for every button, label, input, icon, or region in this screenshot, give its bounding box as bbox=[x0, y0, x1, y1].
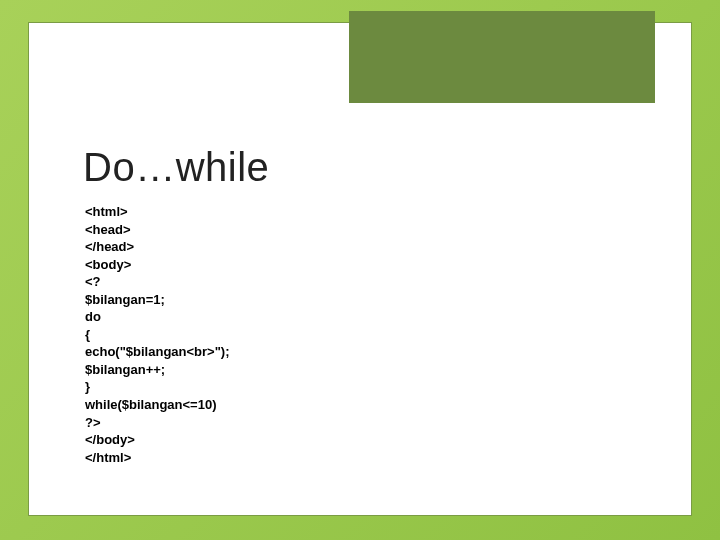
code-line: </body> bbox=[85, 432, 135, 447]
code-line: ?> bbox=[85, 415, 101, 430]
slide-corner-accent bbox=[349, 11, 655, 103]
code-line: <body> bbox=[85, 257, 131, 272]
slide-frame: Do…while <html> <head> </head> <body> <?… bbox=[28, 22, 692, 516]
slide-corner-accent-inner bbox=[357, 19, 647, 95]
code-line: do bbox=[85, 309, 101, 324]
code-line: $bilangan++; bbox=[85, 362, 165, 377]
code-line: <html> bbox=[85, 204, 128, 219]
code-line: </head> bbox=[85, 239, 134, 254]
code-line: </html> bbox=[85, 450, 131, 465]
code-line: } bbox=[85, 379, 90, 394]
code-line: echo("$bilangan<br>"); bbox=[85, 344, 230, 359]
slide-title: Do…while bbox=[83, 145, 269, 190]
code-line: $bilangan=1; bbox=[85, 292, 165, 307]
code-block: <html> <head> </head> <body> <? $bilanga… bbox=[85, 203, 230, 466]
code-line: while($bilangan<=10) bbox=[85, 397, 217, 412]
code-line: <? bbox=[85, 274, 101, 289]
code-line: <head> bbox=[85, 222, 131, 237]
code-line: { bbox=[85, 327, 90, 342]
